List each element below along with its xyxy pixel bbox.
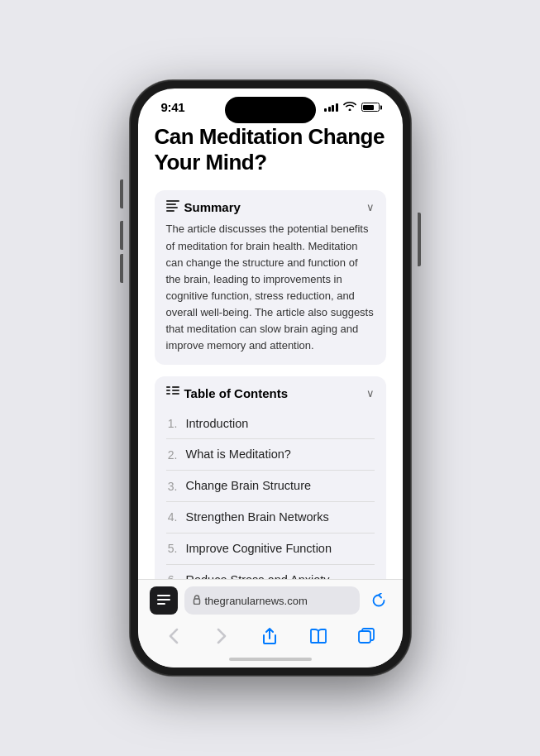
- summary-title-row: Summary: [166, 200, 241, 214]
- toc-chevron-icon[interactable]: ∨: [366, 387, 375, 400]
- toc-item-number: 6.: [166, 573, 178, 579]
- status-icons: [324, 101, 380, 113]
- toc-item-text: Improve Cognitive Function: [186, 541, 332, 557]
- svg-rect-7: [172, 390, 179, 391]
- back-button[interactable]: [157, 623, 190, 649]
- reader-view-button[interactable]: [150, 586, 178, 615]
- svg-rect-14: [359, 631, 370, 643]
- tabs-button[interactable]: [350, 623, 383, 649]
- summary-chevron-icon[interactable]: ∨: [366, 201, 375, 213]
- toc-item-text: Reduce Stress and Anxiety: [186, 572, 330, 579]
- toc-title-row: Table of Contents: [166, 386, 289, 400]
- summary-header: Summary ∨: [166, 200, 375, 214]
- toc-item-text: Change Brain Structure: [186, 478, 312, 494]
- article-title: Can Meditation Change Your Mind?: [155, 124, 386, 175]
- toc-list-item[interactable]: 1.Introduction: [166, 409, 375, 440]
- svg-rect-0: [166, 200, 179, 202]
- url-text: thegranularnews.com: [205, 595, 351, 607]
- svg-rect-3: [166, 210, 174, 212]
- bookmarks-button[interactable]: [302, 623, 335, 649]
- reader-icon: [157, 595, 170, 607]
- toc-list: 1.Introduction2.What is Meditation?3.Cha…: [166, 409, 375, 580]
- phone-screen: 9:41: [138, 89, 403, 667]
- toc-list-item[interactable]: 2.What is Meditation?: [166, 439, 375, 471]
- url-row: thegranularnews.com: [150, 586, 391, 615]
- svg-rect-6: [166, 390, 170, 391]
- svg-rect-4: [166, 386, 170, 388]
- toc-item-text: Introduction: [186, 416, 249, 432]
- svg-rect-8: [166, 393, 170, 395]
- svg-rect-1: [166, 203, 176, 205]
- toc-list-item[interactable]: 5.Improve Cognitive Function: [166, 534, 375, 565]
- svg-rect-9: [172, 393, 179, 395]
- svg-rect-10: [157, 595, 170, 596]
- svg-rect-2: [166, 207, 178, 208]
- toc-item-number: 4.: [166, 510, 178, 524]
- svg-rect-12: [157, 603, 165, 605]
- nav-row: [150, 623, 391, 654]
- home-indicator: [229, 658, 312, 661]
- status-time: 9:41: [161, 100, 185, 114]
- summary-label: Summary: [184, 200, 241, 214]
- toc-list-item[interactable]: 4.Strengthen Brain Networks: [166, 502, 375, 534]
- summary-card: Summary ∨ The article discusses the pote…: [155, 190, 386, 364]
- svg-rect-5: [172, 386, 179, 388]
- url-bar[interactable]: thegranularnews.com: [184, 586, 360, 615]
- dynamic-island: [225, 97, 316, 123]
- lock-icon: [193, 595, 201, 606]
- toc-card: Table of Contents ∨ 1.Introduction2.What…: [155, 376, 386, 580]
- signal-icon: [324, 103, 338, 112]
- wifi-icon: [343, 101, 356, 113]
- article-content[interactable]: Can Meditation Change Your Mind?: [138, 117, 403, 579]
- forward-button[interactable]: [205, 623, 238, 649]
- toc-item-text: What is Meditation?: [186, 447, 291, 462]
- reload-button[interactable]: [366, 586, 391, 615]
- toc-list-item[interactable]: 3.Change Brain Structure: [166, 471, 375, 502]
- svg-rect-11: [157, 599, 170, 600]
- svg-rect-13: [194, 599, 199, 605]
- share-button[interactable]: [253, 623, 286, 649]
- browser-bottom-bar: thegranularnews.com: [138, 579, 403, 667]
- toc-icon: [166, 386, 179, 400]
- toc-item-number: 1.: [166, 417, 178, 430]
- summary-icon: [166, 200, 179, 214]
- toc-list-item[interactable]: 6.Reduce Stress and Anxiety: [166, 565, 375, 579]
- toc-item-number: 2.: [166, 448, 178, 462]
- toc-item-number: 3.: [166, 480, 178, 493]
- toc-label: Table of Contents: [184, 386, 289, 400]
- battery-icon: [361, 103, 380, 112]
- toc-item-number: 5.: [166, 542, 178, 555]
- status-bar: 9:41: [138, 89, 403, 117]
- toc-item-text: Strengthen Brain Networks: [186, 510, 329, 525]
- phone-frame: 9:41: [130, 80, 411, 676]
- toc-header: Table of Contents ∨: [166, 386, 375, 400]
- summary-body: The article discusses the potential bene…: [166, 221, 375, 354]
